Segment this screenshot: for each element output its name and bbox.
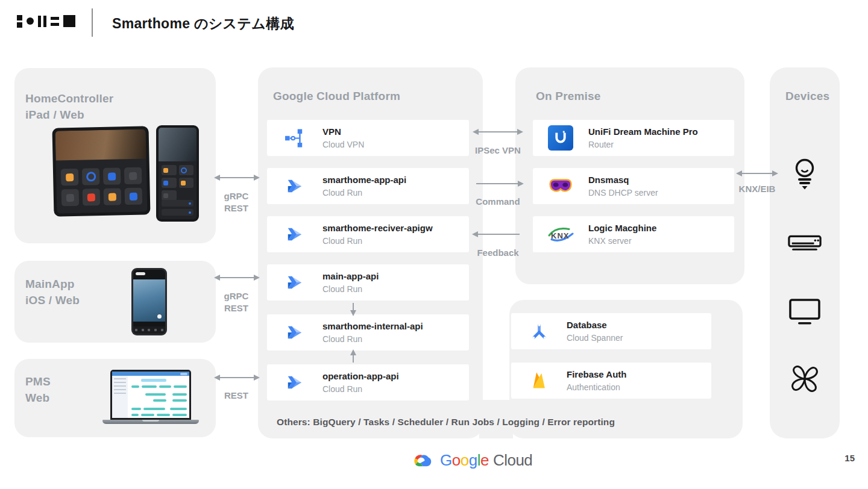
gcp-others-note: Others: BigQuery / Tasks / Scheduler / R… (277, 417, 615, 428)
arrow-homecontroller-gcp (219, 177, 254, 178)
cloud-vpn-icon (267, 129, 322, 148)
mainapp-name: MainApp (25, 276, 80, 292)
gcp-title: Google Cloud Platform (273, 88, 400, 104)
devices-title: Devices (785, 88, 829, 104)
arrow-pms-gcp (219, 377, 254, 378)
arrow-operationapi-internalapi (353, 355, 354, 363)
knx-logo-text: KNX (551, 231, 569, 240)
logo-circle-icon (27, 17, 34, 25)
card-title: Firebase Auth (567, 369, 626, 380)
card-subtitle: DNS DHCP server (588, 187, 658, 198)
card-smarthome-reciver-apigw: smarthome-reciver-apigw Cloud Run (267, 216, 469, 252)
unifi-router-icon (533, 125, 588, 151)
mainapp-platform: iOS / Web (25, 292, 80, 308)
card-title: operation-app-api (322, 370, 399, 382)
arrow-onpremise-devices (741, 173, 773, 174)
google-cloud-logo: GoogleCloud (412, 451, 532, 470)
pms-name: PMS (25, 373, 51, 390)
cloud-spanner-icon (511, 322, 567, 341)
mainapp-title: MainApp iOS / Web (25, 276, 80, 308)
card-smarthome-internal-api: smarthome-internal-api Cloud Run (267, 314, 469, 350)
ipad-screen (55, 129, 148, 213)
knx-logo-icon: KNX (533, 225, 588, 244)
company-logo (17, 12, 75, 30)
card-firebase-auth: Firebase Auth Authentication (511, 363, 711, 399)
tv-icon (787, 294, 822, 329)
card-subtitle: Cloud Run (322, 284, 379, 294)
light-bulb-icon (787, 158, 822, 193)
cloud-run-icon (267, 177, 322, 195)
card-subtitle: Cloud Run (322, 235, 433, 246)
firebase-icon (511, 371, 567, 391)
label-pms-gcp: REST (216, 390, 257, 402)
card-title: Logic Macghine (588, 222, 656, 234)
card-unifi-dream-machine-pro: UniFi Dream Machine Pro Router (533, 120, 734, 156)
cloud-run-icon (267, 225, 322, 243)
homecontroller-phone-mockup (156, 125, 199, 222)
cloud-run-icon (267, 323, 322, 341)
card-smarthome-app-api: smarthome-app-api Cloud Run (267, 168, 469, 204)
card-subtitle: Authentication (567, 382, 626, 393)
label-knx-eib: KNX/EIB (727, 183, 787, 195)
homecontroller-title: HomeController iPad / Web (25, 90, 113, 123)
google-cloud-icon (412, 452, 434, 470)
label-ipsec-vpn: IPSec VPN (471, 145, 525, 157)
ipad-mockup (52, 126, 150, 216)
homecontroller-name: HomeController (25, 90, 113, 107)
card-logic-macghine: KNX Logic Macghine KNX server (533, 216, 734, 252)
card-subtitle: Cloud Run (322, 334, 423, 344)
card-subtitle: Cloud Spanner (567, 332, 623, 343)
slide-title: Smarthome のシステム構成 (112, 14, 294, 33)
card-subtitle: Cloud Run (322, 187, 406, 198)
mainapp-phone-mockup (131, 268, 167, 335)
logo-square-icon (63, 15, 75, 27)
arrow-command (476, 183, 518, 184)
card-title: VPN (322, 126, 364, 137)
card-title: Database (567, 319, 623, 331)
card-title: main-app-api (322, 270, 379, 282)
card-title: smarthome-internal-api (322, 320, 423, 332)
arrow-mainappapi-internalapi (353, 303, 354, 311)
card-title: smarthome-reciver-apigw (322, 222, 433, 234)
card-title: smarthome-app-api (322, 174, 406, 185)
page-number: 15 (844, 453, 855, 463)
fan-icon (787, 361, 822, 396)
logo-bars-icon (38, 16, 46, 27)
pms-laptop-mockup (110, 370, 191, 420)
pms-platform: Web (25, 390, 51, 406)
air-conditioner-icon (787, 226, 822, 261)
card-database: Database Cloud Spanner (511, 313, 711, 349)
google-cloud-wordmark: GoogleCloud (440, 451, 532, 470)
logo-equals-icon (51, 17, 59, 26)
card-subtitle: Cloud Run (322, 384, 399, 394)
arrow-vpn-unifi (478, 131, 518, 132)
pms-laptop-base (102, 420, 199, 424)
header-divider (92, 8, 93, 37)
label-homecontroller-gcp: gRPC REST (216, 190, 257, 214)
cloud-run-icon (267, 373, 322, 391)
card-subtitle: KNX server (588, 235, 656, 246)
label-feedback: Feedback (471, 247, 525, 259)
on-premise-title: On Premise (536, 88, 601, 104)
homecontroller-platform: iPad / Web (25, 107, 113, 123)
arrow-mainapp-gcp (219, 277, 254, 278)
card-subtitle: Router (588, 139, 698, 150)
card-title: UniFi Dream Machine Pro (588, 126, 698, 137)
logo-squares-icon (17, 15, 22, 28)
card-subtitle: Cloud VPN (322, 139, 364, 150)
card-title: Dnsmasq (588, 174, 658, 185)
pms-title: PMS Web (25, 373, 51, 406)
card-main-app-api: main-app-api Cloud Run (267, 264, 469, 301)
card-vpn: VPN Cloud VPN (267, 120, 469, 156)
cloud-run-icon (267, 273, 322, 291)
card-operation-app-api: operation-app-api Cloud Run (267, 364, 469, 400)
card-dnsmasq: Dnsmasq DNS DHCP server (533, 168, 734, 204)
label-command: Command (471, 196, 525, 208)
label-mainapp-gcp: gRPC REST (216, 290, 257, 314)
dnsmasq-mask-icon (533, 178, 588, 195)
arrow-feedback (477, 234, 520, 235)
